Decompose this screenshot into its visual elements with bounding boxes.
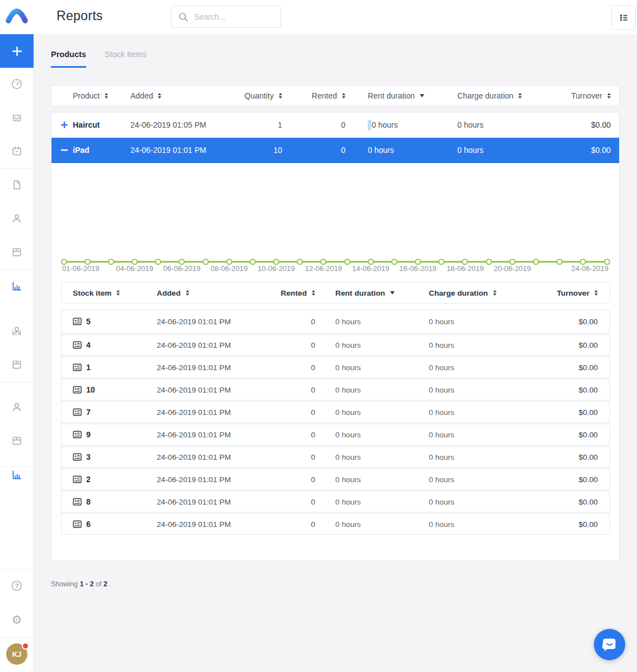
sort-icon [594,290,598,296]
charge-duration-cell: 0 hours [429,380,455,400]
col-header-rent-duration[interactable]: Rent duration [335,283,395,303]
help-icon[interactable]: ? [11,580,23,592]
sort-icon [493,290,497,296]
stock-row[interactable]: 824-06-2019 01:01 PM00 hours0 hours$0.00 [62,489,610,512]
charge-duration-cell: 0 hours [429,310,455,333]
rent-duration-cell: 0 hours [335,492,361,512]
col-header-product[interactable]: Product [73,86,108,106]
add-new-button[interactable] [0,34,34,68]
turnover-cell: $0.00 [504,514,598,534]
added-cell: 24-06-2019 01:01 PM [157,492,231,512]
timeline-label: 12-06-2019 [305,264,343,273]
stock-item-cell: 6 [73,514,91,534]
timeline-dot [556,259,563,265]
reports-chart-icon[interactable] [11,280,23,292]
customer-icon[interactable] [11,401,23,413]
tab-stock-items[interactable]: Stock items [105,50,147,68]
product-name: iPad [73,138,90,162]
stock-row[interactable]: 924-06-2019 01:01 PM00 hours0 hours$0.00 [62,422,610,445]
expanded-detail-area: 01-06-201904-06-201906-06-201908-06-2019… [51,163,619,561]
calendar-icon[interactable] [11,145,23,157]
col-header-rented[interactable]: Rented [292,86,345,106]
settings-gear-icon[interactable]: ⚙ [11,614,23,626]
stock-row[interactable]: 424-06-2019 01:01 PM00 hours0 hours$0.00 [62,333,610,355]
search-box [171,6,281,28]
stock-row[interactable]: 324-06-2019 01:01 PM00 hours0 hours$0.00 [62,445,610,467]
dashboard-gauge-icon[interactable] [11,78,23,90]
stock-item-cell: 7 [73,402,91,422]
col-header-quantity[interactable]: Quantity [208,86,282,106]
added-cell: 24-06-2019 01:05 PM [130,113,206,137]
charge-duration-cell: 0 hours [457,138,484,162]
stock-row[interactable]: 624-06-2019 01:01 PM00 hours0 hours$0.00 [62,512,610,534]
charge-duration-cell: 0 hours [429,424,455,445]
search-input[interactable] [194,12,274,21]
stock-item-cell: 1 [73,357,91,377]
product-row-ipad[interactable]: iPad 24-06-2019 01:01 PM 10 0 0 hours 0 … [51,138,619,163]
product-box-icon[interactable] [11,246,23,258]
collapse-minus-icon[interactable] [61,138,70,162]
rented-cell: 0 [263,357,315,377]
stock-item-card-icon [73,498,82,506]
inbox-icon[interactable] [11,111,23,124]
stock-item-card-icon [73,341,82,349]
timeline-dot [297,259,303,265]
sort-icon [518,93,522,99]
col-header-rent-duration[interactable]: Rent duration [368,86,424,106]
stock-item-cell: 2 [73,469,91,489]
timeline-label: 10-06-2019 [257,264,295,273]
avatar[interactable]: KJ [6,643,27,665]
chat-launcher-button[interactable] [594,629,625,660]
added-cell: 24-06-2019 01:01 PM [157,514,231,534]
rented-cell: 0 [263,402,315,422]
sort-icon [312,290,315,296]
timeline-dot [438,259,444,265]
stock-row[interactable]: 124-06-2019 01:01 PM00 hours0 hours$0.00 [62,355,610,377]
product-box-icon[interactable] [11,358,23,371]
stock-item-cell: 8 [73,492,91,512]
stock-row[interactable]: 224-06-2019 01:01 PM00 hours0 hours$0.00 [62,467,610,489]
stock-row[interactable]: 524-06-2019 01:01 PM00 hours0 hours$0.00 [62,310,610,333]
list-view-button[interactable] [611,5,636,30]
stock-item-card-icon [73,363,82,371]
stock-item-card-icon [73,453,82,461]
expand-plus-icon[interactable] [61,113,70,137]
timeline-label: 14-06-2019 [352,264,390,273]
stock-item-card-icon [73,318,82,325]
col-header-charge-duration[interactable]: Charge duration [457,86,522,106]
timeline-label: 06-06-2019 [163,264,201,273]
col-header-added[interactable]: Added [157,283,189,303]
reports-chart-icon[interactable] [11,469,23,481]
rent-duration-cell: 0 hours [335,514,361,534]
product-box-icon[interactable] [11,435,23,447]
added-cell: 24-06-2019 01:01 PM [157,357,231,377]
col-header-stock-item[interactable]: Stock item [73,283,120,303]
charge-duration-cell: 0 hours [429,447,455,467]
col-header-charge-duration[interactable]: Charge duration [429,283,497,303]
product-row-haircut[interactable]: Haircut 24-06-2019 01:05 PM 1 0 0 hours … [51,113,619,138]
product-name: Haircut [73,113,100,137]
avatar-initials: KJ [12,650,22,659]
rented-cell: 0 [263,447,315,467]
customer-icon[interactable] [11,212,23,225]
charge-duration-cell: 0 hours [429,514,455,534]
added-cell: 24-06-2019 01:01 PM [157,335,231,355]
col-header-rented[interactable]: Rented [263,283,315,303]
timeline-label: 24-06-2019 [572,264,609,273]
tab-products[interactable]: Products [51,50,86,68]
turnover-cell: $0.00 [504,380,598,400]
stock-row[interactable]: 724-06-2019 01:01 PM00 hours0 hours$0.00 [62,400,610,422]
col-header-added[interactable]: Added [130,86,161,106]
rented-cell: 0 [292,113,345,137]
document-icon[interactable] [11,179,23,191]
col-header-turnover[interactable]: Turnover [533,86,611,106]
added-cell: 24-06-2019 01:01 PM [130,138,206,162]
customer-icon[interactable] [11,325,23,337]
rent-duration-cell: 0 hours [335,310,361,333]
rent-duration-cell: 0 hours [335,447,361,467]
stock-row[interactable]: 1024-06-2019 01:01 PM00 hours0 hours$0.0… [62,377,610,400]
text-selection-artifact [368,120,371,130]
sidebar-divider [0,269,33,270]
turnover-cell: $0.00 [504,335,598,355]
col-header-turnover[interactable]: Turnover [504,283,598,303]
